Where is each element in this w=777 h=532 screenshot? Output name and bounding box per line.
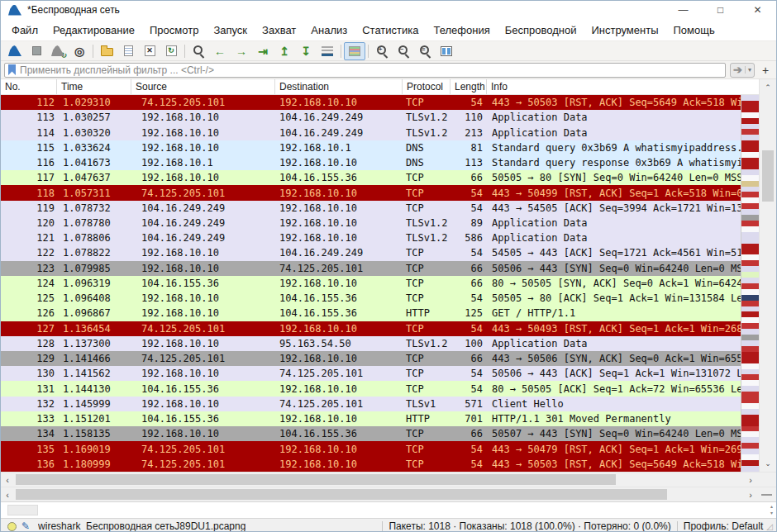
go-forward-button[interactable]: → bbox=[231, 42, 252, 60]
packet-row-114[interactable]: 1141.030320192.168.10.10104.16.249.249TL… bbox=[1, 125, 741, 140]
horizontal-scrollbar-thumb[interactable] bbox=[16, 474, 616, 485]
packet-row-115[interactable]: 1151.033624192.168.10.10192.168.10.1DNS8… bbox=[1, 140, 741, 155]
scroll-right-arrow-icon[interactable]: › bbox=[744, 475, 757, 485]
packet-row-119[interactable]: 1191.078732104.16.249.249192.168.10.10TC… bbox=[1, 201, 741, 216]
resize-columns-button[interactable] bbox=[436, 42, 457, 60]
filter-history-caret-icon[interactable]: ▾ bbox=[745, 66, 751, 74]
close-file-icon: ✕ bbox=[145, 45, 155, 56]
column-header-dst[interactable]: Destination bbox=[275, 79, 403, 94]
restart-capture-button[interactable]: ↻ bbox=[47, 42, 69, 60]
add-filter-button[interactable]: + bbox=[758, 63, 773, 78]
go-back-button[interactable]: ← bbox=[209, 42, 231, 60]
save-file-button[interactable] bbox=[117, 42, 139, 60]
horizontal-scrollbar-list[interactable]: ‹ › bbox=[1, 472, 776, 487]
pane-splitter[interactable] bbox=[757, 487, 776, 501]
menu-item-10[interactable]: Помощь bbox=[666, 21, 722, 40]
menu-item-5[interactable]: Анализ bbox=[303, 21, 355, 40]
open-file-button[interactable] bbox=[96, 42, 117, 60]
scroll-up-arrow-icon[interactable]: ⌃ bbox=[760, 81, 776, 94]
intelligent-scrollbar-minimap[interactable] bbox=[741, 95, 759, 472]
column-header-no[interactable]: No. bbox=[1, 79, 57, 94]
go-first-button[interactable]: ↥ bbox=[274, 42, 295, 60]
scroll-left-arrow-icon[interactable]: ‹ bbox=[1, 475, 14, 485]
packet-row-129[interactable]: 1291.14146674.125.205.101192.168.10.10TC… bbox=[1, 351, 741, 366]
horizontal-scrollbar-track[interactable] bbox=[14, 487, 744, 501]
packet-row-132[interactable]: 1321.145999192.168.10.1074.125.205.101TL… bbox=[1, 397, 741, 411]
filter-bookmark-icon[interactable] bbox=[8, 64, 16, 75]
colorize-button[interactable] bbox=[344, 42, 365, 60]
resize-columns-icon bbox=[441, 46, 452, 56]
zoom-reset-button[interactable]: = bbox=[414, 42, 436, 60]
menu-item-7[interactable]: Телефония bbox=[426, 21, 497, 40]
packet-row-133[interactable]: 1331.151201104.16.155.36192.168.10.10HTT… bbox=[1, 411, 741, 426]
cell-no: 127 bbox=[1, 323, 57, 335]
packet-row-122[interactable]: 1221.078822192.168.10.10104.16.249.249TC… bbox=[1, 245, 741, 260]
column-header-time[interactable]: Time bbox=[57, 79, 131, 94]
packet-row-127[interactable]: 1271.13645474.125.205.101192.168.10.10TC… bbox=[1, 321, 741, 336]
menu-item-0[interactable]: Файл bbox=[4, 21, 45, 40]
column-header-len[interactable]: Length bbox=[450, 79, 487, 94]
go-last-button[interactable]: ↧ bbox=[295, 42, 317, 60]
menu-item-9[interactable]: Инструменты bbox=[584, 21, 665, 40]
column-header-src[interactable]: Source bbox=[131, 79, 275, 94]
packet-row-123[interactable]: 1231.079985192.168.10.1074.125.205.101TC… bbox=[1, 261, 741, 276]
packet-row-131[interactable]: 1311.144130104.16.155.36192.168.10.10TCP… bbox=[1, 381, 741, 396]
maximize-button[interactable]: □ bbox=[702, 1, 739, 19]
packet-row-136[interactable]: 1361.18099974.125.205.101192.168.10.10TC… bbox=[1, 457, 741, 472]
profile-selector[interactable]: Профиль: Default bbox=[684, 520, 764, 532]
packet-row-135[interactable]: 1351.16901974.125.205.101192.168.10.10TC… bbox=[1, 441, 741, 456]
packet-row-125[interactable]: 1251.096408192.168.10.10104.16.155.36TCP… bbox=[1, 291, 741, 306]
horizontal-scrollbar-details[interactable]: ‹ › bbox=[1, 487, 776, 501]
scroll-down-arrow-icon[interactable]: ⌄ bbox=[760, 457, 776, 470]
expert-info-icon[interactable] bbox=[7, 522, 17, 531]
packet-row-126[interactable]: 1261.096867192.168.10.10104.16.155.36HTT… bbox=[1, 306, 741, 321]
packet-row-117[interactable]: 1171.047637192.168.10.10104.16.155.36TCP… bbox=[1, 170, 741, 185]
column-header-proto[interactable]: Protocol bbox=[403, 79, 450, 94]
packet-row-112[interactable]: 1121.02931074.125.205.101192.168.10.10TC… bbox=[1, 95, 741, 110]
zoom-in-button[interactable]: + bbox=[371, 42, 393, 60]
vertical-scrollbar-thumb[interactable] bbox=[762, 150, 774, 202]
menu-item-2[interactable]: Просмотр bbox=[142, 21, 206, 40]
splitter-handle-icon[interactable] bbox=[761, 494, 772, 496]
zoom-out-button[interactable]: − bbox=[393, 42, 414, 60]
menu-item-3[interactable]: Запуск bbox=[206, 21, 255, 40]
reload-file-button[interactable]: ↻ bbox=[160, 42, 182, 60]
column-header-info[interactable]: Info bbox=[487, 79, 759, 94]
cell-no: 135 bbox=[1, 444, 57, 455]
go-to-packet-button[interactable]: ⇥ bbox=[252, 42, 274, 60]
packet-row-121[interactable]: 1211.078806104.16.249.249192.168.10.10TL… bbox=[1, 230, 741, 245]
find-packet-button[interactable] bbox=[188, 42, 209, 60]
horizontal-scrollbar-track[interactable] bbox=[14, 473, 744, 487]
display-filter-input[interactable] bbox=[20, 64, 722, 76]
horizontal-scrollbar-thumb[interactable] bbox=[16, 489, 667, 500]
packet-row-128[interactable]: 1281.137300192.168.10.1095.163.54.50TLSv… bbox=[1, 336, 741, 351]
pane-spinner-icon[interactable]: ▴▾ bbox=[770, 503, 773, 516]
scroll-left-arrow-icon[interactable]: ‹ bbox=[1, 490, 14, 500]
menu-item-1[interactable]: Редактирование bbox=[45, 21, 142, 40]
auto-scroll-button[interactable] bbox=[317, 42, 338, 60]
capture-options-button[interactable]: ◎ bbox=[69, 42, 90, 60]
menu-item-8[interactable]: Беспроводной bbox=[498, 21, 584, 40]
scroll-right-arrow-icon[interactable]: › bbox=[744, 490, 757, 500]
packet-row-134[interactable]: 1341.158135192.168.10.10104.16.155.36TCP… bbox=[1, 426, 741, 441]
menu-item-4[interactable]: Захват bbox=[255, 21, 303, 40]
menu-item-6[interactable]: Статистика bbox=[355, 21, 426, 40]
scrollbar-corner bbox=[757, 473, 776, 487]
packet-row-130[interactable]: 1301.141562192.168.10.1074.125.205.101TC… bbox=[1, 366, 741, 381]
vertical-scrollbar[interactable]: ⌃ ⌄ bbox=[759, 79, 776, 472]
capture-comment-icon[interactable]: ✎ bbox=[21, 520, 30, 532]
minimize-button[interactable]: — bbox=[665, 1, 702, 19]
stop-capture-button[interactable] bbox=[26, 42, 47, 60]
packet-row-118[interactable]: 1181.05731174.125.205.101192.168.10.10TC… bbox=[1, 185, 741, 200]
packet-row-113[interactable]: 1131.030257192.168.10.10104.16.249.249TL… bbox=[1, 110, 741, 125]
close-file-button[interactable]: ✕ bbox=[139, 42, 160, 60]
packet-row-120[interactable]: 1201.078780104.16.249.249192.168.10.10TL… bbox=[1, 216, 741, 230]
close-button[interactable]: ✕ bbox=[739, 1, 776, 19]
start-capture-button[interactable] bbox=[4, 42, 26, 60]
display-filter-field[interactable] bbox=[4, 63, 726, 78]
resize-grip-icon[interactable]: ◿ bbox=[766, 522, 773, 531]
packet-row-124[interactable]: 1241.096319104.16.155.36192.168.10.10TCP… bbox=[1, 276, 741, 291]
cell-time: 1.096867 bbox=[57, 307, 131, 319]
packet-row-116[interactable]: 1161.041673192.168.10.1192.168.10.10DNS1… bbox=[1, 155, 741, 170]
apply-filter-button[interactable]: ➔ ▾ bbox=[730, 63, 755, 78]
